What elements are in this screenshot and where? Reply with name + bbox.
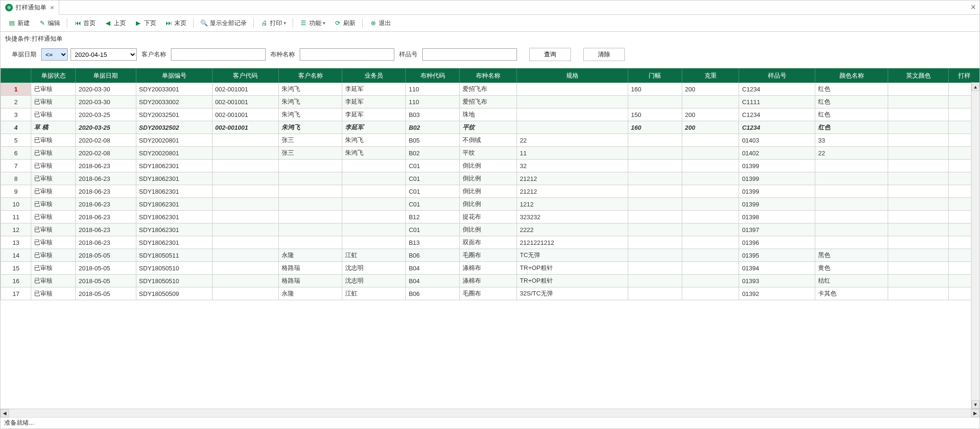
cell-cname[interactable]: 朱鸿飞 [279, 108, 342, 121]
cell-fcode[interactable]: B05 [406, 134, 460, 147]
cell-sample[interactable]: 01392 [739, 287, 815, 300]
cell-spec[interactable] [517, 96, 628, 108]
horizontal-scrollbar[interactable]: ◀ ▶ [0, 409, 980, 417]
column-header[interactable]: 规格 [517, 69, 628, 83]
cell-weight[interactable] [682, 287, 739, 300]
cell-color[interactable]: 红色 [815, 121, 888, 134]
cell-fcode[interactable]: B06 [406, 287, 460, 300]
table-row[interactable]: 17已审核2018-05-05SDY18050509永隆江虹B06毛圈布32S/… [1, 287, 980, 300]
row-number[interactable]: 13 [1, 236, 31, 249]
cell-ecolor[interactable] [888, 172, 948, 185]
cell-width[interactable] [628, 134, 682, 147]
cell-code[interactable]: SDY20032501 [136, 108, 212, 121]
cell-sales[interactable]: 江虹 [342, 249, 406, 262]
cell-sample[interactable]: 01393 [739, 275, 815, 287]
cell-spec[interactable]: 32 [517, 160, 628, 172]
cell-weight[interactable] [682, 275, 739, 287]
table-row[interactable]: 16已审核2018-05-05SDY18050510格路瑞沈志明B04涤棉布TR… [1, 275, 980, 287]
cell-sample[interactable]: C1111 [739, 96, 815, 108]
cell-fcode[interactable]: C01 [406, 185, 460, 198]
cell-ecolor[interactable] [888, 249, 948, 262]
column-header[interactable]: 门幅 [628, 69, 682, 83]
cell-weight[interactable] [682, 172, 739, 185]
cell-ecolor[interactable] [888, 287, 948, 300]
cell-ecolor[interactable] [888, 134, 948, 147]
cell-status[interactable]: 已审核 [31, 236, 76, 249]
cell-fname[interactable]: 毛圈布 [460, 287, 517, 300]
window-close-icon[interactable]: × [971, 2, 976, 12]
scroll-left-icon[interactable]: ◀ [0, 409, 9, 417]
cell-sample[interactable]: 01398 [739, 211, 815, 223]
cell-color[interactable]: 红色 [815, 96, 888, 108]
date-operator-select[interactable]: <= [41, 48, 68, 61]
cell-fname[interactable]: 倒比例 [460, 185, 517, 198]
cell-sample[interactable]: 01399 [739, 160, 815, 172]
cell-fname[interactable]: 倒比例 [460, 223, 517, 236]
cell-width[interactable] [628, 198, 682, 211]
cell-color[interactable] [815, 211, 888, 223]
cell-color[interactable] [815, 185, 888, 198]
cell-cust[interactable]: 002-001001 [212, 83, 279, 96]
cell-date[interactable]: 2018-06-23 [76, 211, 136, 223]
next-page-button[interactable]: ▶ 下页 [131, 18, 160, 29]
row-number[interactable]: 15 [1, 262, 31, 275]
cell-fcode[interactable]: B02 [406, 121, 460, 134]
column-header[interactable]: 打样 [948, 69, 980, 83]
cell-fname[interactable]: 倒比例 [460, 198, 517, 211]
cell-status[interactable]: 已审核 [31, 287, 76, 300]
tab-sample-notice[interactable]: ⊕ 打样通知单 × [0, 0, 59, 15]
cell-fname[interactable]: 珠地 [460, 108, 517, 121]
function-button[interactable]: ☰ 功能 ▾ [296, 18, 329, 29]
cell-cust[interactable] [212, 262, 279, 275]
cell-ecolor[interactable] [888, 108, 948, 121]
cell-width[interactable] [628, 236, 682, 249]
cell-sales[interactable]: 李延军 [342, 108, 406, 121]
cell-weight[interactable] [682, 198, 739, 211]
tab-close-icon[interactable]: × [50, 4, 54, 11]
exit-button[interactable]: ⊗ 退出 [365, 18, 395, 29]
row-number[interactable]: 3 [1, 108, 31, 121]
cell-color[interactable] [815, 236, 888, 249]
cell-fcode[interactable]: B04 [406, 275, 460, 287]
cell-cname[interactable]: 张三 [279, 147, 342, 160]
cell-weight[interactable] [682, 249, 739, 262]
sample-input[interactable] [422, 48, 517, 61]
cell-status[interactable]: 已审核 [31, 96, 76, 108]
scroll-up-icon[interactable]: ▲ [971, 82, 980, 91]
cell-weight[interactable] [682, 223, 739, 236]
cell-sales[interactable]: 李延军 [342, 83, 406, 96]
cell-weight[interactable]: 200 [682, 83, 739, 96]
cell-ecolor[interactable] [888, 147, 948, 160]
scroll-down-icon[interactable]: ▼ [971, 400, 980, 409]
row-number[interactable]: 5 [1, 134, 31, 147]
cell-cname[interactable]: 永隆 [279, 287, 342, 300]
cell-fname[interactable]: 爱招飞布 [460, 83, 517, 96]
cell-cname[interactable]: 朱鸿飞 [279, 96, 342, 108]
cell-date[interactable]: 2018-06-23 [76, 160, 136, 172]
cell-ecolor[interactable] [888, 262, 948, 275]
scroll-right-icon[interactable]: ▶ [971, 409, 980, 417]
cell-date[interactable]: 2018-06-23 [76, 185, 136, 198]
cell-weight[interactable] [682, 236, 739, 249]
cell-sample[interactable]: 01394 [739, 262, 815, 275]
print-button[interactable]: 🖨 打印 ▾ [257, 18, 290, 29]
cell-ecolor[interactable] [888, 185, 948, 198]
column-header[interactable]: 克重 [682, 69, 739, 83]
cell-code[interactable]: SDY18050511 [136, 249, 212, 262]
cell-sales[interactable]: 朱鸿飞 [342, 134, 406, 147]
cell-width[interactable] [628, 262, 682, 275]
cell-color[interactable] [815, 172, 888, 185]
cell-sample[interactable]: 01396 [739, 236, 815, 249]
cell-cname[interactable] [279, 236, 342, 249]
cell-color[interactable]: 桔红 [815, 275, 888, 287]
cell-ecolor[interactable] [888, 198, 948, 211]
table-row[interactable]: 13已审核2018-06-23SDY18062301B13双面布21212212… [1, 236, 980, 249]
cell-color[interactable] [815, 160, 888, 172]
cell-color[interactable]: 33 [815, 134, 888, 147]
cell-code[interactable]: SDY20033001 [136, 83, 212, 96]
cell-code[interactable]: SDY20032502 [136, 121, 212, 134]
cell-date[interactable]: 2018-06-23 [76, 198, 136, 211]
cell-cust[interactable] [212, 249, 279, 262]
cell-spec[interactable]: 323232 [517, 211, 628, 223]
cell-cust[interactable] [212, 172, 279, 185]
